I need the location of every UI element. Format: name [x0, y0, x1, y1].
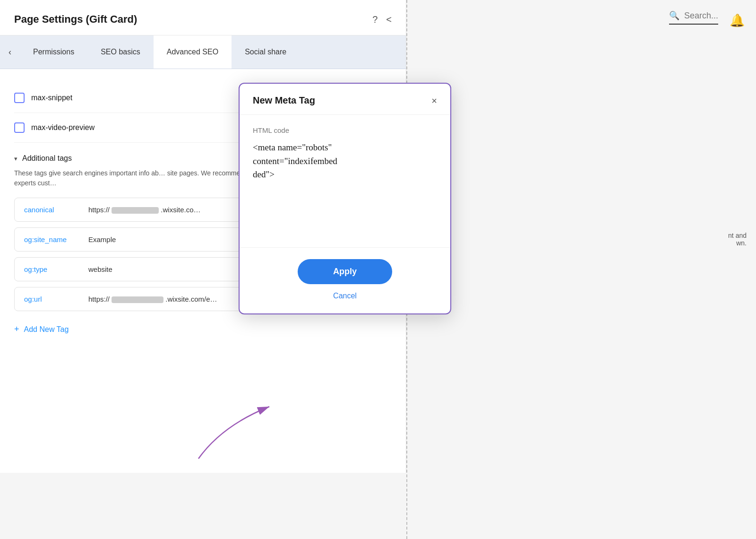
tag-key-og-site-name: og:site_name — [24, 235, 81, 243]
panel-header-icons: ? < — [372, 14, 392, 25]
search-bar-area: 🔍 Search... — [407, 0, 756, 35]
tag-key-og-type: og:type — [24, 265, 81, 273]
panel-title: Page Settings (Gift Card) — [14, 13, 137, 26]
search-icon: 🔍 — [669, 10, 679, 21]
partial-right-text: nt and wn. — [728, 232, 747, 247]
modal-field-label: HTML code — [253, 126, 437, 134]
additional-tags-title: Additional tags — [22, 154, 72, 163]
tabs-row: ‹ Permissions SEO basics Advanced SEO So… — [0, 35, 406, 69]
modal-body: HTML code <meta name="robots"content="in… — [240, 115, 450, 247]
modal-code-content[interactable]: <meta name="robots"content="indexifembed… — [253, 141, 437, 182]
expand-icon[interactable]: ▾ — [14, 155, 17, 162]
bell-icon[interactable]: 🔔 — [730, 13, 745, 27]
partial-text-line2: wn. — [728, 239, 747, 247]
tag-value-canonical: https:// .wixsite.co… — [88, 206, 201, 214]
help-icon[interactable]: ? — [372, 14, 378, 25]
partial-text-line1: nt and — [728, 232, 747, 239]
panel-header: Page Settings (Gift Card) ? < — [0, 0, 406, 35]
back-icon[interactable]: < — [386, 14, 392, 25]
blurred-value-url — [112, 296, 163, 303]
modal-title: New Meta Tag — [253, 95, 315, 106]
modal-footer: Apply Cancel — [240, 247, 450, 313]
tab-social-share[interactable]: Social share — [232, 35, 300, 69]
tab-permissions[interactable]: Permissions — [20, 35, 87, 69]
tag-value-og-type: website — [88, 265, 112, 273]
cancel-button[interactable]: Cancel — [333, 292, 357, 300]
modal-header: New Meta Tag × — [240, 84, 450, 115]
search-box: 🔍 Search... — [669, 10, 718, 25]
blurred-value — [112, 207, 159, 214]
add-new-tag-label: Add New Tag — [24, 325, 69, 334]
tag-key-og-url: og:url — [24, 295, 81, 303]
plus-icon: + — [14, 324, 19, 334]
bell-icon-wrap[interactable]: 🔔 — [730, 13, 745, 28]
tag-key-canonical: canonical — [24, 206, 81, 214]
right-panel: 🔍 Search... 🔔 nt and wn. — [406, 0, 756, 539]
checkbox-max-video-preview[interactable] — [14, 122, 25, 133]
new-meta-tag-modal: New Meta Tag × HTML code <meta name="rob… — [239, 83, 451, 314]
search-placeholder[interactable]: Search... — [684, 11, 718, 21]
add-new-tag-button[interactable]: + Add New Tag — [14, 317, 392, 342]
tab-back-button[interactable]: ‹ — [0, 35, 20, 69]
apply-button[interactable]: Apply — [298, 259, 392, 284]
tag-value-og-url: https:// .wixsite.com/e… — [88, 295, 217, 303]
checkbox-max-video-preview-label: max-video-preview — [31, 123, 94, 132]
modal-close-button[interactable]: × — [431, 96, 437, 105]
tab-advanced-seo[interactable]: Advanced SEO — [154, 35, 232, 69]
tag-value-og-site-name: Example — [88, 235, 116, 243]
checkbox-max-snippet-label: max-snippet — [31, 94, 72, 102]
checkbox-max-snippet[interactable] — [14, 93, 25, 103]
tab-seo-basics[interactable]: SEO basics — [87, 35, 154, 69]
